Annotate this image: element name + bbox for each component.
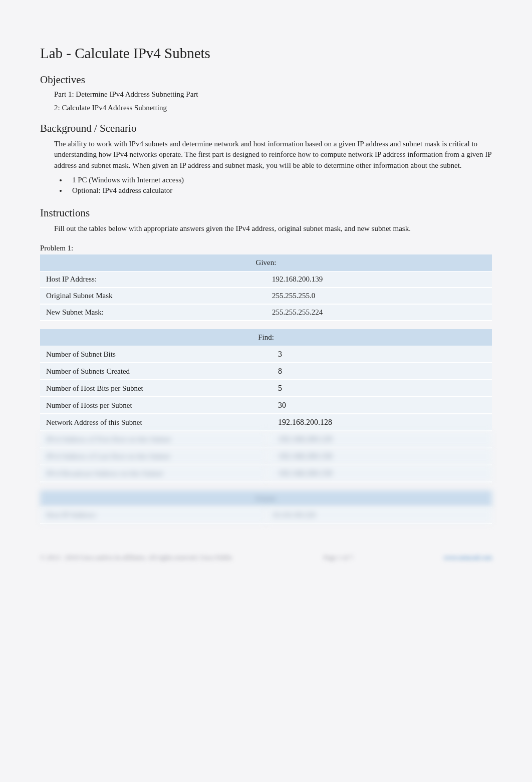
requirement-1: 1 PC (Windows with Internet access) — [67, 176, 492, 184]
host-ip-value: 192.168.200.139 — [266, 272, 492, 288]
background-heading: Background / Scenario — [40, 122, 492, 135]
last-host-value: 192.168.200.158 — [266, 448, 492, 465]
table-row-hidden: Host IP Address: 10.101.99.228 — [40, 507, 492, 524]
host-ip-label: Host IP Address: — [40, 272, 266, 288]
table-row: Number of Subnets Created 8 — [40, 363, 492, 380]
objective-part-1: Part 1: Determine IPv4 Address Subnettin… — [54, 90, 492, 99]
table-row-hidden: IPv4 Address of Last Host on this Subnet… — [40, 448, 492, 465]
broadcast-value: 192.168.200.159 — [266, 465, 492, 482]
instructions-paragraph: Fill out the tables below with appropria… — [54, 223, 492, 234]
problem-1-label: Problem 1: — [40, 244, 492, 252]
subnet-bits-label: Number of Subnet Bits — [40, 346, 266, 363]
given-table: Given: Host IP Address: 192.168.200.139 … — [40, 254, 492, 321]
objective-part-2: 2: Calculate IPv4 Address Subnetting — [54, 104, 492, 112]
hosts-per-subnet-label: Number of Hosts per Subnet — [40, 397, 266, 414]
table-row: Network Address of this Subnet 192.168.2… — [40, 414, 492, 431]
instructions-section: Instructions Fill out the tables below w… — [40, 207, 492, 234]
new-mask-value: 255.255.255.224 — [266, 304, 492, 321]
network-addr-label: Network Address of this Subnet — [40, 414, 266, 431]
objectives-heading: Objectives — [40, 74, 492, 86]
first-host-value: 192.168.200.129 — [266, 431, 492, 448]
first-host-label: IPv4 Address of First Host on this Subne… — [40, 431, 266, 448]
requirements-list: 1 PC (Windows with Internet access) Opti… — [67, 176, 492, 195]
network-addr-value: 192.168.200.128 — [266, 414, 492, 431]
find-header: Find: — [40, 329, 492, 346]
last-host-label: IPv4 Address of Last Host on this Subnet — [40, 448, 266, 465]
subnet-bits-value: 3 — [266, 346, 492, 363]
orig-mask-value: 255.255.255.0 — [266, 288, 492, 304]
orig-mask-label: Original Subnet Mask — [40, 288, 266, 304]
instructions-heading: Instructions — [40, 207, 492, 219]
find-table: Find: Number of Subnet Bits 3 Number of … — [40, 329, 492, 482]
page-number: Page 1 of 7 — [324, 554, 353, 562]
table-row: Number of Subnet Bits 3 — [40, 346, 492, 363]
background-section: Background / Scenario The ability to wor… — [40, 122, 492, 195]
host-bits-label: Number of Host Bits per Subnet — [40, 380, 266, 397]
table-row: New Subnet Mask: 255.255.255.224 — [40, 304, 492, 321]
broadcast-label: IPv4 Broadcast Address on this Subnet — [40, 465, 266, 482]
objectives-section: Objectives Part 1: Determine IPv4 Addres… — [40, 74, 492, 112]
background-paragraph: The ability to work with IPv4 subnets an… — [54, 139, 492, 171]
table-row: Number of Hosts per Subnet 30 — [40, 397, 492, 414]
page-footer: © 2013 - 2019 Cisco and/or its affiliate… — [40, 554, 492, 562]
given-header-2: Given: — [40, 490, 492, 507]
website-link: www.netacad.com — [444, 554, 492, 562]
host-ip-value-2: 10.101.99.228 — [266, 507, 492, 524]
table-row-hidden: IPv4 Address of First Host on this Subne… — [40, 431, 492, 448]
subnets-created-label: Number of Subnets Created — [40, 363, 266, 380]
table-row: Original Subnet Mask 255.255.255.0 — [40, 288, 492, 304]
requirement-2: Optional: IPv4 address calculator — [67, 186, 492, 195]
problem-2-table: Given: Host IP Address: 10.101.99.228 — [40, 490, 492, 524]
host-ip-label-2: Host IP Address: — [40, 507, 266, 524]
copyright: © 2013 - 2019 Cisco and/or its affiliate… — [40, 554, 232, 562]
table-row-hidden: IPv4 Broadcast Address on this Subnet 19… — [40, 465, 492, 482]
subnets-created-value: 8 — [266, 363, 492, 380]
new-mask-label: New Subnet Mask: — [40, 304, 266, 321]
given-header: Given: — [40, 254, 492, 272]
table-row: Host IP Address: 192.168.200.139 — [40, 272, 492, 288]
document-title: Lab - Calculate IPv4 Subnets — [40, 45, 492, 62]
table-row: Number of Host Bits per Subnet 5 — [40, 380, 492, 397]
host-bits-value: 5 — [266, 380, 492, 397]
hosts-per-subnet-value: 30 — [266, 397, 492, 414]
